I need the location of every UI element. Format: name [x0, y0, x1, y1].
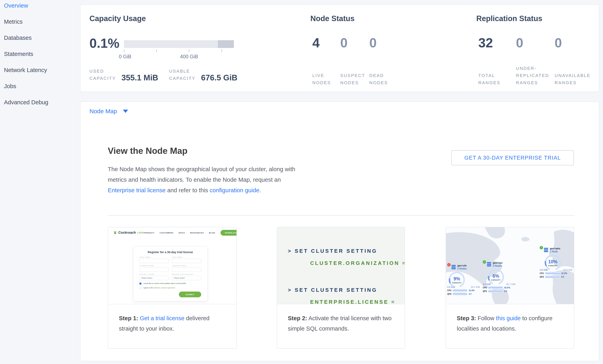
email-updates-label: I would like to receive email updates ab…: [143, 282, 186, 284]
locality-node-count: 2 Nodes: [457, 267, 467, 270]
qps-sparkline: [488, 290, 503, 293]
cpu-sparkline: [488, 286, 503, 289]
suspect-nodes-value: 0: [340, 36, 348, 49]
live-nodes-label: LIVE NODES: [312, 72, 331, 86]
capacity-used-percent: 0.1%: [89, 37, 119, 50]
cpu-value: 42.5%: [504, 286, 510, 289]
capacity-tick-label-400: 400 GiB: [180, 54, 198, 59]
capacity-total-gib: 65.7 GiB: [506, 283, 515, 285]
qps-value: 0.0: [504, 290, 507, 292]
locality-name: geo=nyc: [493, 262, 503, 265]
database-stack-icon: [451, 265, 456, 269]
capacity-percent: 6%: [486, 274, 505, 279]
configuration-guide-link[interactable]: configuration guide: [210, 187, 259, 193]
database-stack-icon: [544, 248, 549, 252]
database-stack-icon: [487, 262, 492, 267]
nav-blog: BLOG: [209, 232, 215, 234]
sql-setting-organization: CLUSTER.ORGANIZATION =: [310, 260, 405, 266]
under-replicated-ranges-value: 0: [516, 36, 523, 49]
step2-label: Step 2:: [288, 315, 307, 321]
first-name-label: FIRST NAME: [139, 256, 169, 258]
this-guide-link[interactable]: this guide: [496, 315, 521, 321]
download-button: DOWNLOAD: [220, 230, 236, 236]
email-updates-checkbox: [139, 283, 141, 285]
sidebar-item-overview[interactable]: Overview: [0, 0, 80, 14]
company-email-label: COMPANY EMAIL: [172, 265, 201, 267]
step1-caption: Step 1: Get a trial license delivered st…: [108, 304, 236, 334]
software-license-agreement-link: Software License Agreement.: [153, 287, 175, 289]
cpu-label: CPU: [540, 272, 545, 275]
sidebar-item-metrics[interactable]: Metrics: [0, 14, 80, 30]
used-capacity-label: USED CAPACITY: [89, 68, 116, 82]
locality-name: geo=sfo: [457, 264, 467, 267]
step1-label: Step 1:: [119, 315, 138, 321]
step2-card: > SET CLUSTER SETTING CLUSTER.ORGANIZATI…: [277, 227, 405, 349]
capacity-gauge-label: CAPACITY: [543, 265, 562, 267]
sidebar-item-network-latency[interactable]: Network Latency: [0, 62, 80, 78]
promo-desc-text-3: .: [259, 187, 261, 193]
submit-button: SUBMIT: [179, 292, 201, 297]
company-name-field: [139, 267, 169, 272]
used-capacity-value: 355.1 MiB: [121, 74, 158, 82]
dead-nodes-label: DEAD NODES: [369, 72, 388, 86]
qps-label: QPS: [483, 290, 488, 292]
warning-badge-icon: !: [447, 263, 451, 266]
usable-capacity-label: USABLE CAPACITY: [169, 68, 196, 82]
cpu-label: CPU: [483, 287, 488, 289]
sidebar-item-advanced-debug[interactable]: Advanced Debug: [0, 94, 80, 110]
company-name-label: COMPANY NAME: [139, 265, 169, 267]
locality-name: geo=ams: [550, 247, 560, 250]
chevron-down-icon: [123, 110, 128, 113]
get-trial-license-link[interactable]: Get a trial license: [140, 315, 185, 321]
capacity-percent: 10%: [543, 259, 562, 265]
unavailable-ranges-label: UNAVAILABLE RANGES: [555, 72, 591, 86]
nav-docs: DOCS: [179, 232, 185, 234]
live-nodes-value: 4: [312, 36, 320, 49]
db-console-overview-page: Overview Metrics Databases Statements Ne…: [0, 0, 603, 364]
trial-registration-form: Register for a 30-day trial license FIRS…: [133, 246, 207, 301]
under-replicated-ranges-label: UNDER- REPLICATED RANGES: [516, 65, 549, 86]
license-agreement-checkbox: [139, 287, 141, 289]
unavailable-ranges-value: 0: [555, 36, 562, 49]
brand-suffix: LABS: [137, 232, 144, 234]
capacity-tick-400: [189, 49, 189, 52]
sidebar: Overview Metrics Databases Statements Ne…: [0, 0, 80, 110]
promo-desc-text-2: and refer to this: [165, 187, 209, 193]
reason-for-interest-select: Please Select: [172, 276, 201, 280]
view-selector-panel: Node Map: [80, 101, 599, 121]
locality-sfo: ! geo=sfo 2 Nodes: [447, 264, 481, 295]
last-name-field: [172, 259, 201, 263]
capacity-gauge-label: CAPACITY: [447, 282, 466, 284]
get-enterprise-trial-button[interactable]: GET A 30-DAY ENTERPRISE TRIAL: [451, 150, 574, 165]
enterprise-trial-license-link[interactable]: Enterprise trial license: [108, 187, 165, 193]
capacity-usage-title: Capacity Usage: [89, 14, 146, 23]
qps-sparkline: [545, 276, 560, 278]
capacity-total-gib: 35.1 GiB: [471, 286, 480, 288]
step3-label: Step 3:: [457, 315, 476, 321]
sql-setting-license: ENTERPRISE.LICENSE =: [310, 299, 395, 304]
step1-screenshot: Cockroach LABS PRODUCT CUSTOMERS DOCS RE…: [108, 227, 236, 304]
capacity-total-gib: 34.4 GiB: [563, 269, 572, 271]
capacity-tick-600: [221, 49, 222, 52]
locality-node-count: 1 Node: [550, 250, 560, 253]
sidebar-item-statements[interactable]: Statements: [0, 46, 80, 62]
step2-caption: Step 2: Activate the trial license with …: [277, 304, 405, 334]
sidebar-item-databases[interactable]: Databases: [0, 30, 80, 46]
qps-value: 0.0: [561, 276, 564, 278]
node-map-promo-panel: View the Node Map The Node Map shows the…: [80, 121, 599, 361]
capacity-stats: USED CAPACITY 355.1 MiB USABLE CAPACITY …: [89, 68, 237, 82]
capacity-bar: [124, 40, 234, 48]
promo-desc-text-1: The Node Map shows the geographical layo…: [108, 166, 295, 183]
node-status-title: Node Status: [310, 14, 355, 23]
sidebar-item-jobs[interactable]: Jobs: [0, 78, 80, 94]
first-name-field: [139, 259, 169, 263]
step3-caption: Step 3: Follow this guide to configure l…: [446, 304, 574, 334]
check-badge-icon: ✓: [483, 260, 486, 264]
project-phase-label: PROJECT PHASE: [139, 274, 169, 275]
total-ranges-value: 32: [478, 36, 493, 49]
node-map-dropdown[interactable]: Node Map: [89, 102, 128, 121]
replication-status-title: Replication Status: [476, 14, 543, 23]
step3-card: ! geo=sfo 2 Nodes: [446, 227, 574, 349]
node-map-dropdown-label: Node Map: [89, 108, 117, 115]
locality-node-count: 2 Nodes: [493, 265, 503, 267]
